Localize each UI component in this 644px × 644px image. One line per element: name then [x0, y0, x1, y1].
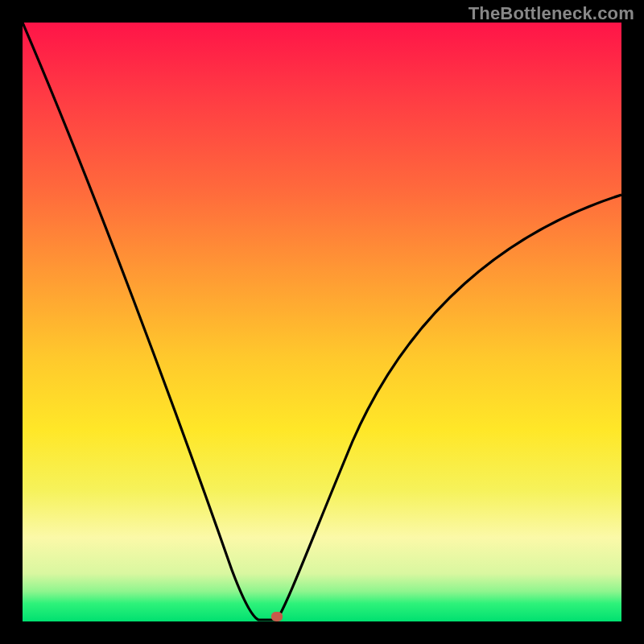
curve-path	[23, 23, 621, 620]
bottleneck-curve	[23, 23, 621, 621]
watermark-text: TheBottleneck.com	[469, 3, 634, 24]
chart-frame: TheBottleneck.com	[0, 0, 644, 644]
plot-area	[23, 23, 621, 621]
minimum-marker	[271, 612, 283, 621]
